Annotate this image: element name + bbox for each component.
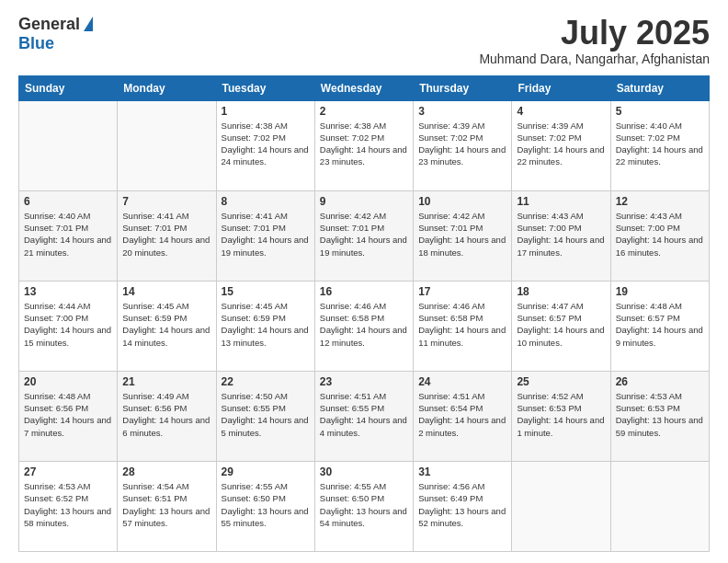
day-number: 3 [418,105,506,118]
day-number: 10 [418,195,506,208]
day-number: 14 [122,285,210,298]
day-number: 5 [616,105,704,118]
day-number: 2 [320,105,408,118]
day-info: Sunrise: 4:38 AM Sunset: 7:02 PM Dayligh… [222,120,310,168]
calendar-cell: 19Sunrise: 4:48 AM Sunset: 6:57 PM Dayli… [610,281,709,371]
day-info: Sunrise: 4:51 AM Sunset: 6:55 PM Dayligh… [320,390,408,439]
day-number: 8 [222,195,310,208]
logo: General Blue [18,15,93,53]
day-info: Sunrise: 4:47 AM Sunset: 6:57 PM Dayligh… [517,300,605,349]
day-number: 31 [418,465,506,478]
calendar-cell: 2Sunrise: 4:38 AM Sunset: 7:02 PM Daylig… [314,100,413,190]
calendar-table: SundayMondayTuesdayWednesdayThursdayFrid… [18,75,710,552]
day-info: Sunrise: 4:43 AM Sunset: 7:00 PM Dayligh… [616,210,704,259]
day-number: 23 [320,375,408,388]
calendar-cell [19,100,118,190]
day-info: Sunrise: 4:45 AM Sunset: 6:59 PM Dayligh… [222,300,310,349]
calendar-cell: 17Sunrise: 4:46 AM Sunset: 6:58 PM Dayli… [414,281,512,371]
calendar-cell: 24Sunrise: 4:51 AM Sunset: 6:54 PM Dayli… [414,371,512,461]
calendar-header-friday: Friday [512,75,610,100]
day-number: 28 [122,465,210,478]
calendar-cell: 27Sunrise: 4:53 AM Sunset: 6:52 PM Dayli… [19,461,118,551]
day-number: 19 [616,285,704,298]
day-number: 6 [24,195,112,208]
calendar-week-2: 6Sunrise: 4:40 AM Sunset: 7:01 PM Daylig… [19,190,710,281]
calendar-cell: 16Sunrise: 4:46 AM Sunset: 6:58 PM Dayli… [314,281,413,371]
day-info: Sunrise: 4:55 AM Sunset: 6:50 PM Dayligh… [222,480,310,529]
day-info: Sunrise: 4:53 AM Sunset: 6:52 PM Dayligh… [24,480,112,529]
calendar-cell: 28Sunrise: 4:54 AM Sunset: 6:51 PM Dayli… [118,461,216,551]
calendar-cell: 8Sunrise: 4:41 AM Sunset: 7:01 PM Daylig… [216,190,314,281]
day-number: 4 [517,105,605,118]
calendar-cell: 15Sunrise: 4:45 AM Sunset: 6:59 PM Dayli… [216,281,314,371]
calendar-cell: 12Sunrise: 4:43 AM Sunset: 7:00 PM Dayli… [610,190,709,281]
day-number: 11 [517,195,605,208]
day-number: 7 [122,195,210,208]
calendar-header-row: SundayMondayTuesdayWednesdayThursdayFrid… [19,75,710,100]
calendar-cell: 14Sunrise: 4:45 AM Sunset: 6:59 PM Dayli… [118,281,216,371]
calendar-cell: 1Sunrise: 4:38 AM Sunset: 7:02 PM Daylig… [216,100,314,190]
day-number: 13 [24,285,112,298]
day-number: 29 [222,465,310,478]
calendar-cell: 23Sunrise: 4:51 AM Sunset: 6:55 PM Dayli… [314,371,413,461]
calendar-cell: 13Sunrise: 4:44 AM Sunset: 7:00 PM Dayli… [19,281,118,371]
day-info: Sunrise: 4:39 AM Sunset: 7:02 PM Dayligh… [517,120,605,168]
day-info: Sunrise: 4:48 AM Sunset: 6:56 PM Dayligh… [24,390,112,439]
day-info: Sunrise: 4:38 AM Sunset: 7:02 PM Dayligh… [320,120,408,168]
calendar-cell: 6Sunrise: 4:40 AM Sunset: 7:01 PM Daylig… [19,190,118,281]
calendar-cell: 3Sunrise: 4:39 AM Sunset: 7:02 PM Daylig… [414,100,512,190]
calendar-cell: 20Sunrise: 4:48 AM Sunset: 6:56 PM Dayli… [19,371,118,461]
day-info: Sunrise: 4:42 AM Sunset: 7:01 PM Dayligh… [320,210,408,259]
calendar-header-monday: Monday [118,75,216,100]
main-title: July 2025 [479,15,710,52]
calendar-header-wednesday: Wednesday [314,75,413,100]
day-number: 12 [616,195,704,208]
day-info: Sunrise: 4:46 AM Sunset: 6:58 PM Dayligh… [320,300,408,349]
day-info: Sunrise: 4:56 AM Sunset: 6:49 PM Dayligh… [418,480,506,529]
calendar-cell: 11Sunrise: 4:43 AM Sunset: 7:00 PM Dayli… [512,190,610,281]
day-info: Sunrise: 4:50 AM Sunset: 6:55 PM Dayligh… [222,390,310,439]
day-info: Sunrise: 4:51 AM Sunset: 6:54 PM Dayligh… [418,390,506,439]
calendar-cell: 26Sunrise: 4:53 AM Sunset: 6:53 PM Dayli… [610,371,709,461]
day-info: Sunrise: 4:42 AM Sunset: 7:01 PM Dayligh… [418,210,506,259]
day-number: 21 [122,375,210,388]
calendar-cell [610,461,709,551]
day-number: 25 [517,375,605,388]
calendar-cell: 21Sunrise: 4:49 AM Sunset: 6:56 PM Dayli… [118,371,216,461]
day-number: 22 [222,375,310,388]
calendar-cell: 31Sunrise: 4:56 AM Sunset: 6:49 PM Dayli… [414,461,512,551]
subtitle: Muhmand Dara, Nangarhar, Afghanistan [479,52,710,66]
day-number: 26 [616,375,704,388]
calendar-week-3: 13Sunrise: 4:44 AM Sunset: 7:00 PM Dayli… [19,281,710,371]
calendar-cell [118,100,216,190]
day-info: Sunrise: 4:41 AM Sunset: 7:01 PM Dayligh… [122,210,210,259]
calendar-cell: 9Sunrise: 4:42 AM Sunset: 7:01 PM Daylig… [314,190,413,281]
calendar-week-5: 27Sunrise: 4:53 AM Sunset: 6:52 PM Dayli… [19,461,710,551]
day-info: Sunrise: 4:43 AM Sunset: 7:00 PM Dayligh… [517,210,605,259]
day-info: Sunrise: 4:41 AM Sunset: 7:01 PM Dayligh… [222,210,310,259]
calendar-header-sunday: Sunday [19,75,118,100]
calendar-cell: 22Sunrise: 4:50 AM Sunset: 6:55 PM Dayli… [216,371,314,461]
calendar-header-saturday: Saturday [610,75,709,100]
day-info: Sunrise: 4:55 AM Sunset: 6:50 PM Dayligh… [320,480,408,529]
logo-blue-text: Blue [18,34,54,53]
day-info: Sunrise: 4:40 AM Sunset: 7:02 PM Dayligh… [616,120,704,168]
calendar-cell: 18Sunrise: 4:47 AM Sunset: 6:57 PM Dayli… [512,281,610,371]
day-number: 17 [418,285,506,298]
day-number: 16 [320,285,408,298]
day-number: 20 [24,375,112,388]
day-number: 30 [320,465,408,478]
calendar-header-tuesday: Tuesday [216,75,314,100]
day-info: Sunrise: 4:45 AM Sunset: 6:59 PM Dayligh… [122,300,210,349]
header: General Blue July 2025 Muhmand Dara, Nan… [18,15,710,66]
day-info: Sunrise: 4:49 AM Sunset: 6:56 PM Dayligh… [122,390,210,439]
title-block: July 2025 Muhmand Dara, Nangarhar, Afgha… [479,15,710,66]
logo-general-text: General [18,15,80,34]
calendar-cell [512,461,610,551]
day-number: 27 [24,465,112,478]
day-info: Sunrise: 4:48 AM Sunset: 6:57 PM Dayligh… [616,300,704,349]
day-info: Sunrise: 4:39 AM Sunset: 7:02 PM Dayligh… [418,120,506,168]
day-info: Sunrise: 4:53 AM Sunset: 6:53 PM Dayligh… [616,390,704,439]
day-info: Sunrise: 4:44 AM Sunset: 7:00 PM Dayligh… [24,300,112,349]
day-number: 18 [517,285,605,298]
